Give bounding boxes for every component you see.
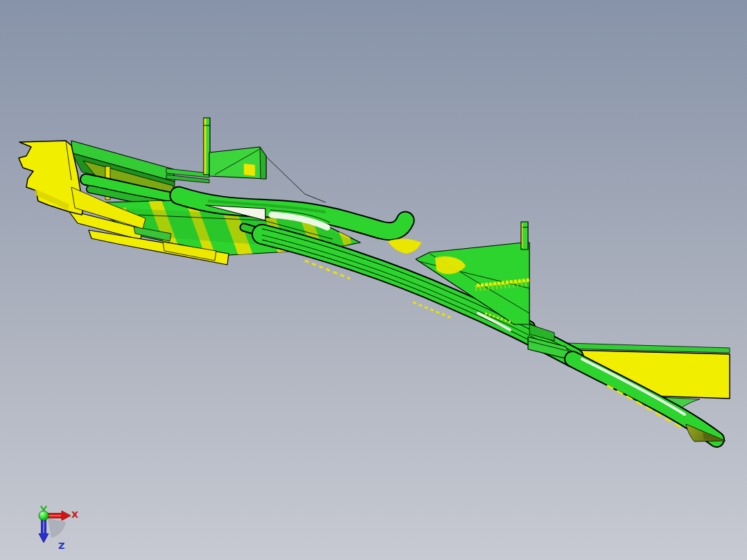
face-bracket-wedge[interactable]	[209, 147, 266, 179]
post-short-right[interactable]	[521, 222, 528, 250]
triad-origin-ball[interactable]	[39, 511, 49, 520]
axis-x-label: X	[71, 509, 78, 520]
post-yellow-stripe	[204, 119, 206, 174]
cad-window: X Z	[0, 0, 747, 560]
bracket-yellow-patch	[244, 164, 255, 176]
axis-z-label: Z	[58, 541, 64, 551]
viewport-background[interactable]	[0, 0, 747, 560]
cad-viewport[interactable]: X Z	[0, 0, 747, 560]
